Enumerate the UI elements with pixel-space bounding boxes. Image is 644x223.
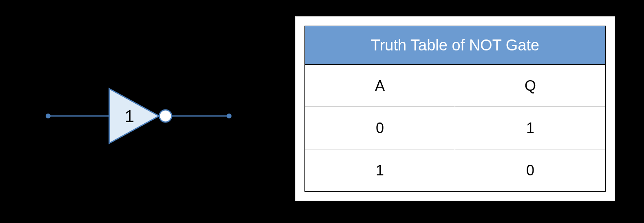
cell-A-0: 0	[305, 107, 455, 149]
table-row: A Q	[305, 65, 606, 107]
output-node-dot-icon	[227, 114, 232, 118]
gate-symbol-label: 1	[125, 107, 134, 126]
cell-Q-0: 1	[455, 107, 606, 149]
truth-table: Truth Table of NOT Gate A Q 0 1 1 0	[304, 26, 606, 192]
cell-Q-1: 0	[455, 149, 606, 192]
input-node-dot-icon	[46, 114, 51, 118]
table-row: 0 1	[305, 107, 606, 149]
truth-table-card: Truth Table of NOT Gate A Q 0 1 1 0	[295, 16, 615, 201]
not-gate-diagram: 1	[45, 85, 232, 146]
truth-table-title: Truth Table of NOT Gate	[305, 26, 606, 65]
table-row: 1 0	[305, 149, 606, 192]
inversion-bubble-icon	[159, 110, 172, 122]
cell-A-1: 1	[305, 149, 455, 192]
not-gate-svg: 1	[45, 85, 232, 146]
col-header-A: A	[305, 65, 455, 107]
col-header-Q: Q	[455, 65, 606, 107]
